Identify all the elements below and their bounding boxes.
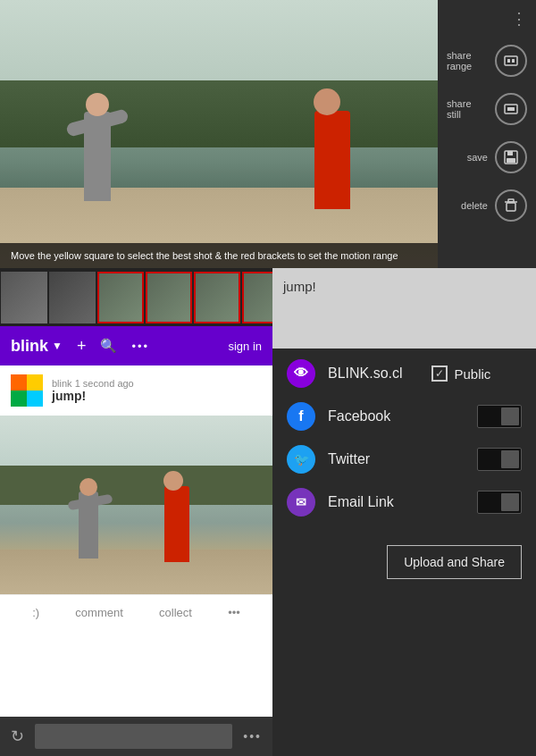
share-range-label: share range	[447, 50, 488, 71]
film-frame[interactable]	[97, 272, 144, 323]
right-action-panel: ⋮ share range share still save	[438, 0, 536, 268]
svg-rect-6	[507, 151, 513, 155]
delete-label: delete	[461, 200, 488, 211]
share-caption-text: jump!	[283, 279, 316, 294]
feed-username: blink 1 second ago	[52, 378, 134, 389]
share-email-row: ✉ Email Link	[287, 488, 522, 517]
svg-rect-10	[508, 199, 514, 202]
twitter-toggle[interactable]	[477, 448, 522, 471]
share-still-icon	[495, 93, 527, 125]
public-checkbox[interactable]: ✓	[431, 365, 448, 382]
share-range-icon	[495, 45, 527, 77]
film-frame[interactable]	[146, 272, 192, 323]
share-options: 👁 BLINK.so.cl ✓ Public f Facebook 🐦 Twit…	[272, 349, 536, 527]
collect-button[interactable]: collect	[159, 606, 192, 619]
share-panel: jump! 👁 BLINK.so.cl ✓ Public f Facebook …	[272, 268, 536, 756]
save-icon	[495, 141, 527, 173]
more-options-button[interactable]: •••	[131, 340, 149, 353]
delete-button[interactable]: delete	[438, 182, 536, 229]
blink-chevron-icon: ▼	[52, 340, 63, 352]
bottom-more-icon[interactable]: •••	[243, 729, 262, 743]
svg-rect-2	[512, 59, 515, 63]
share-twitter-row: 🐦 Twitter	[287, 445, 522, 474]
feed-post-title: jump!	[52, 389, 134, 403]
share-still-label: share still	[447, 98, 488, 120]
sign-in-button[interactable]: sign in	[228, 340, 262, 353]
share-facebook-row: f Facebook	[287, 402, 522, 431]
save-label: save	[467, 152, 488, 163]
feed-header: blink 1 second ago jump!	[0, 365, 272, 416]
film-frame[interactable]	[194, 272, 240, 323]
feed-image	[0, 416, 272, 594]
facebook-label: Facebook	[328, 408, 465, 424]
svg-rect-8	[507, 203, 515, 211]
save-button[interactable]: save	[438, 134, 536, 181]
share-blink-row: 👁 BLINK.so.cl ✓ Public	[287, 359, 522, 388]
feed-panel: blink 1 second ago jump! :) comment coll…	[0, 365, 272, 756]
email-toggle[interactable]	[477, 491, 522, 514]
more-actions-button[interactable]: •••	[228, 606, 240, 619]
twitter-icon: 🐦	[287, 445, 315, 474]
add-button[interactable]: +	[77, 337, 87, 356]
search-input[interactable]	[35, 724, 232, 749]
svg-rect-0	[505, 56, 517, 65]
share-still-button[interactable]: share still	[438, 86, 536, 132]
email-label: Email Link	[328, 494, 465, 510]
twitter-label: Twitter	[328, 451, 465, 467]
public-checkbox-container[interactable]: ✓ Public	[431, 365, 523, 382]
panel-dots: ⋮	[511, 9, 529, 29]
refresh-icon[interactable]: ↻	[11, 727, 24, 746]
feed-actions: :) comment collect •••	[0, 594, 272, 630]
blink-share-label: BLINK.so.cl	[328, 365, 419, 382]
avatar	[11, 374, 43, 407]
search-button[interactable]: 🔍	[100, 338, 117, 354]
photo-section: Move the yellow square to select the bes…	[0, 0, 438, 268]
react-button[interactable]: :)	[32, 606, 39, 619]
public-label: Public	[455, 366, 491, 382]
film-frame[interactable]	[49, 272, 96, 323]
facebook-toggle[interactable]	[477, 405, 522, 428]
upload-share-button[interactable]: Upload and Share	[387, 545, 522, 579]
photo-caption: Move the yellow square to select the bes…	[0, 243, 438, 268]
app-bar: blink ▼ + 🔍 ••• sign in	[0, 326, 272, 365]
blink-logo: blink ▼	[11, 337, 63, 356]
svg-rect-7	[507, 158, 515, 163]
share-caption-area: jump!	[272, 268, 536, 349]
delete-icon	[495, 189, 527, 222]
bottom-bar: ↻ •••	[0, 717, 272, 756]
film-frame[interactable]	[1, 272, 47, 323]
svg-rect-4	[507, 107, 515, 111]
share-range-button[interactable]: share range	[438, 38, 536, 84]
email-icon: ✉	[287, 488, 315, 517]
facebook-icon: f	[287, 402, 315, 431]
comment-button[interactable]: comment	[75, 606, 122, 619]
blink-share-icon: 👁	[287, 359, 315, 388]
svg-rect-1	[507, 59, 510, 63]
